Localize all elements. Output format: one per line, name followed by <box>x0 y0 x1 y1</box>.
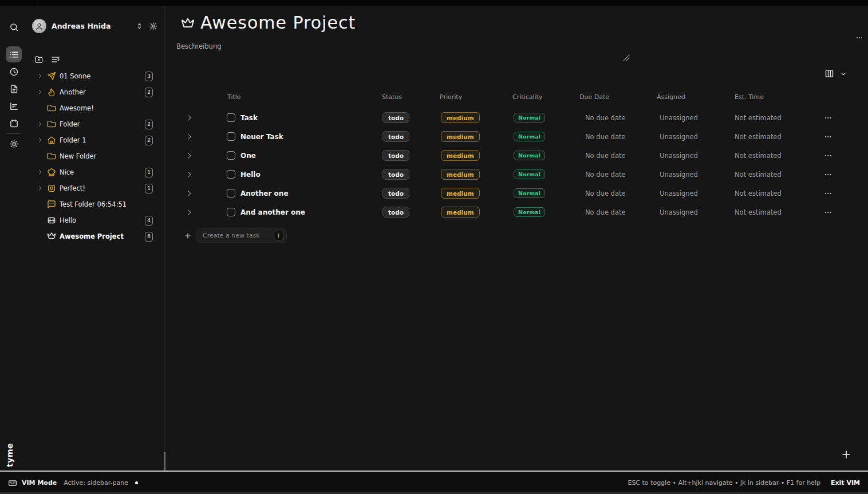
project-more-icon[interactable] <box>854 34 865 42</box>
criticality-badge[interactable]: Normal <box>514 169 545 179</box>
status-badge[interactable]: todo <box>382 112 409 123</box>
status-badge[interactable]: todo <box>382 207 409 218</box>
task-row[interactable]: Task todo medium Normal No due date Unas… <box>165 110 868 126</box>
count-badge: 2 <box>145 120 153 129</box>
row-more-icon[interactable] <box>823 171 833 179</box>
status-badge[interactable]: todo <box>382 188 409 199</box>
expand-chevron-icon[interactable] <box>186 152 194 160</box>
expand-chevron-icon[interactable] <box>186 133 194 141</box>
chevron-right-icon[interactable] <box>37 73 44 80</box>
task-checkbox[interactable] <box>227 189 235 197</box>
chevron-right-icon[interactable] <box>37 169 44 176</box>
tree-item-01-sonne[interactable]: 01 Sonne 3 <box>27 68 164 84</box>
due-date-value: No due date <box>585 110 626 126</box>
status-dot <box>135 481 138 484</box>
calendar-nav-button[interactable] <box>6 115 22 131</box>
status-badge[interactable]: todo <box>382 131 409 142</box>
user-settings-gear-icon[interactable] <box>149 22 157 30</box>
task-row[interactable]: One todo medium Normal No due date Unass… <box>165 148 868 164</box>
search-button[interactable] <box>6 19 22 35</box>
stats-nav-button[interactable] <box>6 98 22 114</box>
criticality-badge[interactable]: Normal <box>514 207 545 217</box>
task-row[interactable]: Another one todo medium Normal No due da… <box>165 185 868 201</box>
criticality-badge[interactable]: Normal <box>514 151 545 160</box>
bottom-scrollbar[interactable] <box>0 492 868 494</box>
vim-hints: ESC to toggle • Alt+hjkl navigate • jk i… <box>628 479 820 487</box>
priority-badge[interactable]: medium <box>441 131 480 142</box>
task-row[interactable]: Neuer Task todo medium Normal No due dat… <box>165 129 868 145</box>
time-nav-button[interactable] <box>6 64 22 80</box>
user-menu[interactable]: Andreas Hnida <box>27 18 164 33</box>
tree-item-test-folder[interactable]: Test Folder 06:54:51 <box>27 196 164 212</box>
priority-badge[interactable]: medium <box>441 169 480 180</box>
status-badge[interactable]: todo <box>382 169 409 180</box>
plus-icon[interactable] <box>184 232 192 240</box>
row-more-icon[interactable] <box>823 208 833 216</box>
pane-resize-handle[interactable] <box>164 452 165 471</box>
tree-item-nice[interactable]: Nice 1 <box>27 164 164 180</box>
chevron-right-icon[interactable] <box>37 137 44 144</box>
chevron-right-icon[interactable] <box>37 185 44 192</box>
settings-nav-button[interactable] <box>6 136 22 152</box>
priority-badge[interactable]: medium <box>441 207 480 218</box>
priority-badge[interactable]: medium <box>441 112 480 123</box>
description-input[interactable] <box>174 39 629 63</box>
row-more-icon[interactable] <box>823 133 833 141</box>
flame-icon <box>47 88 56 97</box>
est-time-value: Not estimated <box>735 167 782 183</box>
criticality-badge[interactable]: Normal <box>514 132 545 141</box>
plus-icon <box>841 449 852 460</box>
expand-chevron-icon[interactable] <box>186 171 194 179</box>
task-checkbox[interactable] <box>227 132 235 141</box>
resize-grip-icon[interactable] <box>623 54 630 61</box>
new-folder-icon[interactable] <box>34 55 44 64</box>
task-checkbox[interactable] <box>227 208 235 216</box>
criticality-badge[interactable]: Normal <box>514 113 545 122</box>
camera-icon <box>47 184 56 193</box>
tree-item-awesome-project[interactable]: Awesome Project 6 <box>27 228 164 244</box>
row-more-icon[interactable] <box>823 114 833 122</box>
priority-badge[interactable]: medium <box>441 150 480 161</box>
chevron-right-icon[interactable] <box>37 89 44 96</box>
tree-item-folder[interactable]: Folder 2 <box>27 116 164 132</box>
tree-item-label: Folder <box>60 120 141 128</box>
tree-item-another[interactable]: Another 2 <box>27 84 164 100</box>
tree-item-label: Hello <box>60 216 141 224</box>
assigned-value: Unassigned <box>660 167 698 183</box>
exit-vim-button[interactable]: Exit VIM <box>831 479 860 487</box>
documents-nav-button[interactable] <box>6 81 22 97</box>
priority-badge[interactable]: medium <box>441 188 480 199</box>
row-more-icon[interactable] <box>823 152 833 160</box>
chevron-right-icon[interactable] <box>37 121 44 128</box>
task-checkbox[interactable] <box>227 170 235 179</box>
tree-item-folder-1[interactable]: Folder 1 2 <box>27 132 164 148</box>
est-time-value: Not estimated <box>735 110 782 126</box>
criticality-badge[interactable]: Normal <box>514 188 545 198</box>
chevron-down-icon[interactable] <box>839 70 847 78</box>
tree-item-perfect[interactable]: Perfect! 1 <box>27 180 164 196</box>
col-header-assigned: Assigned <box>657 93 685 101</box>
app-window: Andreas Hnida 01 Sonne 3 Another 2 <box>0 0 868 494</box>
col-header-status: Status <box>382 93 402 101</box>
expand-chevron-icon[interactable] <box>186 114 194 122</box>
window-top-strip <box>0 0 868 6</box>
expand-chevron-icon[interactable] <box>186 189 194 197</box>
row-more-icon[interactable] <box>823 189 833 197</box>
plane-icon <box>47 72 56 81</box>
task-checkbox[interactable] <box>227 151 235 160</box>
assigned-value: Unassigned <box>660 148 698 164</box>
tree-item-new-folder[interactable]: New Folder <box>27 148 164 164</box>
tasks-nav-button[interactable] <box>6 46 22 62</box>
task-row[interactable]: Hello todo medium Normal No due date Una… <box>165 167 868 183</box>
new-list-icon[interactable] <box>51 55 60 64</box>
status-badge[interactable]: todo <box>382 150 409 161</box>
chevrons-up-down-icon[interactable] <box>135 22 144 30</box>
add-button[interactable] <box>839 448 853 461</box>
tree-item-hello[interactable]: Hello 4 <box>27 212 164 228</box>
columns-icon[interactable] <box>824 69 834 78</box>
tree-item-awesome[interactable]: Awesome! <box>27 100 164 116</box>
task-row[interactable]: And another one todo medium Normal No du… <box>165 204 868 220</box>
expand-chevron-icon[interactable] <box>186 208 194 216</box>
folder-icon <box>47 152 56 161</box>
task-checkbox[interactable] <box>227 113 235 122</box>
